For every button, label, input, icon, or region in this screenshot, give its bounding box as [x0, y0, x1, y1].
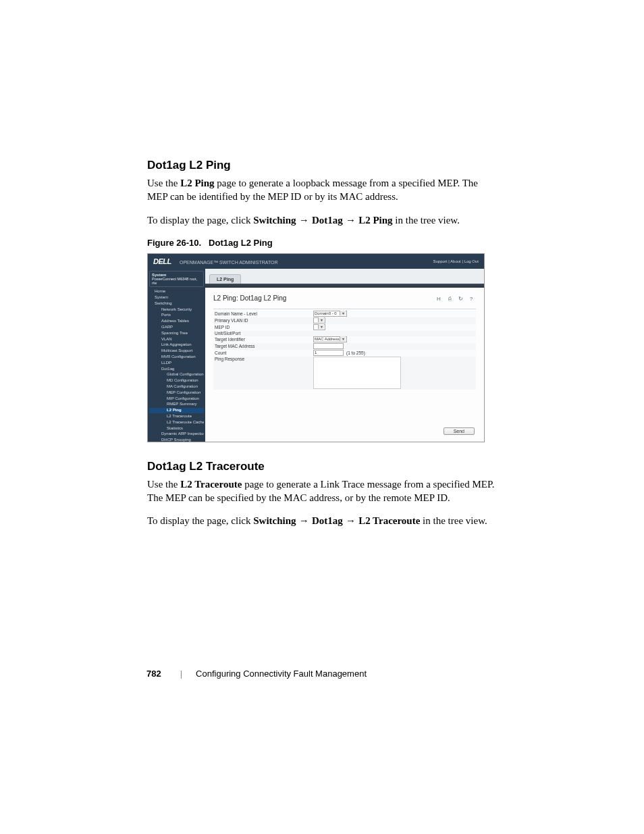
text-bold: L2 Ping: [180, 178, 214, 188]
tree-dot1ag[interactable]: Dot1ag: [149, 366, 204, 372]
input-count[interactable]: 1: [313, 350, 344, 356]
tree-mep-config[interactable]: MEP Configuration: [149, 390, 204, 396]
tree-statistics[interactable]: Statistics: [149, 425, 204, 432]
tree-spanning-tree[interactable]: Spanning Tree: [149, 330, 204, 336]
select-domain-name[interactable]: Domain0 - 0: [313, 311, 347, 317]
label-unit-slot-port: Unit/Slot/Port: [213, 331, 313, 336]
nav-dot1ag: Dot1ag: [312, 215, 343, 226]
heading-l2-traceroute: Dot1ag L2 Traceroute: [147, 460, 498, 473]
tree-link-aggregation[interactable]: Link Aggregation: [149, 342, 204, 348]
nav-switching: Switching: [253, 515, 296, 526]
brand-logo: DELL: [153, 257, 171, 265]
nav-l2traceroute: L2 Traceroute: [358, 515, 420, 526]
tree-ma-config[interactable]: MA Configuration: [149, 384, 204, 390]
para-l2traceroute-1: Use the L2 Traceroute page to generate a…: [147, 477, 498, 505]
system-sub: PowerConnect M6348 root, r/w: [152, 277, 201, 285]
heading-l2-ping: Dot1ag L2 Ping: [147, 159, 498, 172]
tree-multicast-support[interactable]: Multicast Support: [149, 348, 204, 355]
tab-l2-ping[interactable]: L2 Ping: [209, 274, 241, 284]
form-table: Domain Name - Level Domain0 - 0 Primary …: [213, 309, 476, 390]
tree-ports[interactable]: Ports: [149, 313, 204, 319]
input-target-mac[interactable]: [313, 343, 344, 349]
topbar: DELL OPENMANAGE™ SWITCH ADMINISTRATOR Su…: [148, 254, 484, 269]
label-primary-vlan: Primary VLAN ID: [213, 318, 313, 323]
tab-area: L2 Ping: [205, 269, 484, 284]
tree-dynamic-arp[interactable]: Dynamic ARP Inspection: [149, 432, 204, 438]
top-links[interactable]: Support | About | Log Out: [433, 259, 479, 263]
hint-count: (1 to 255): [346, 350, 365, 355]
tree-lldp[interactable]: LLDP: [149, 360, 204, 366]
label-ping-response: Ping Response: [213, 357, 313, 361]
ping-response-box: [313, 357, 401, 389]
para-l2traceroute-2: To display the page, click Switching → D…: [147, 514, 498, 527]
arrow-icon: →: [296, 214, 312, 226]
tree-l2-traceroute-cache[interactable]: L2 Traceroute Cache: [149, 419, 204, 425]
text: Use the: [147, 479, 180, 490]
refresh-icon[interactable]: ↻: [457, 296, 464, 303]
tree-garp[interactable]: GARP: [149, 325, 204, 331]
para-l2ping-2: To display the page, click Switching → D…: [147, 213, 498, 227]
system-box: System PowerConnect M6348 root, r/w: [149, 271, 204, 287]
tree-dhcp-snooping[interactable]: DHCP Snooping: [149, 438, 204, 442]
para-l2ping-1: Use the L2 Ping page to generate a loopb…: [147, 176, 498, 204]
text: in the tree view.: [420, 515, 487, 526]
label-target-mac: Target MAC Address: [213, 344, 313, 348]
tree-vlan[interactable]: VLAN: [149, 336, 204, 342]
text: To display the page, click: [147, 215, 253, 226]
send-button[interactable]: Send: [444, 427, 475, 435]
arrow-icon: →: [296, 515, 312, 526]
sidebar: System PowerConnect M6348 root, r/w Home…: [148, 269, 205, 442]
app-subtitle: OPENMANAGE™ SWITCH ADMINISTRATOR: [180, 260, 278, 265]
label-mep-id: MEP ID: [213, 325, 313, 330]
tree-switching[interactable]: Switching: [149, 301, 204, 307]
tree-home[interactable]: Home: [149, 289, 204, 295]
content-pane: L2 Ping: Dot1ag L2 Ping H ⎙ ↻ ? Domain N…: [205, 288, 484, 442]
screenshot-panel: DELL OPENMANAGE™ SWITCH ADMINISTRATOR Su…: [147, 253, 485, 442]
toolbar-icons: H ⎙ ↻ ?: [435, 296, 475, 303]
content-pane-wrap: L2 Ping L2 Ping: Dot1ag L2 Ping H ⎙ ↻ ? …: [205, 269, 484, 442]
label-count: Count: [213, 350, 313, 355]
figure-number: Figure 26-10.: [147, 238, 201, 248]
help-icon[interactable]: ?: [468, 296, 475, 303]
nav-l2ping: L2 Ping: [358, 215, 392, 226]
select-mep-id[interactable]: [313, 324, 325, 330]
page-footer: 782 | Configuring Connectivity Fault Man…: [146, 669, 367, 679]
tree-system[interactable]: System: [149, 295, 204, 301]
select-primary-vlan[interactable]: [313, 317, 325, 323]
text-bold: L2 Traceroute: [180, 479, 242, 490]
label-target-identifier: Target Identifier: [213, 337, 313, 342]
text: in the tree view.: [393, 215, 460, 226]
tree-network-security[interactable]: Network Security: [149, 307, 204, 313]
nav-switching: Switching: [253, 215, 296, 226]
tree-l2-traceroute[interactable]: L2 Traceroute: [149, 413, 204, 419]
tree-global-config[interactable]: Global Configuration: [149, 372, 204, 378]
tree-mvr-configuration[interactable]: MVR Configuration: [149, 355, 204, 361]
arrow-icon: →: [343, 214, 358, 226]
tree-rmep-summary[interactable]: RMEP Summary: [149, 402, 204, 408]
tree-md-config[interactable]: MD Configuration: [149, 378, 204, 384]
figure-title: Dot1ag L2 Ping: [209, 238, 273, 248]
footer-separator: |: [180, 669, 182, 679]
page-number: 782: [146, 669, 161, 679]
text: To display the page, click: [147, 515, 253, 526]
tree-l2-ping[interactable]: L2 Ping: [149, 408, 204, 414]
tree-address-tables[interactable]: Address Tables: [149, 319, 204, 325]
print-icon[interactable]: ⎙: [446, 296, 453, 303]
figure-caption: Figure 26-10. Dot1ag L2 Ping: [147, 238, 498, 248]
text: Use the: [147, 178, 180, 188]
tree-mip-config[interactable]: MIP Configuration: [149, 396, 204, 402]
chapter-title: Configuring Connectivity Fault Managemen…: [196, 669, 367, 679]
label-domain-name: Domain Name - Level: [213, 311, 313, 316]
select-target-identifier[interactable]: MAC Address: [313, 336, 347, 342]
nav-dot1ag: Dot1ag: [312, 515, 343, 526]
save-icon[interactable]: H: [435, 296, 442, 303]
arrow-icon: →: [343, 515, 358, 526]
